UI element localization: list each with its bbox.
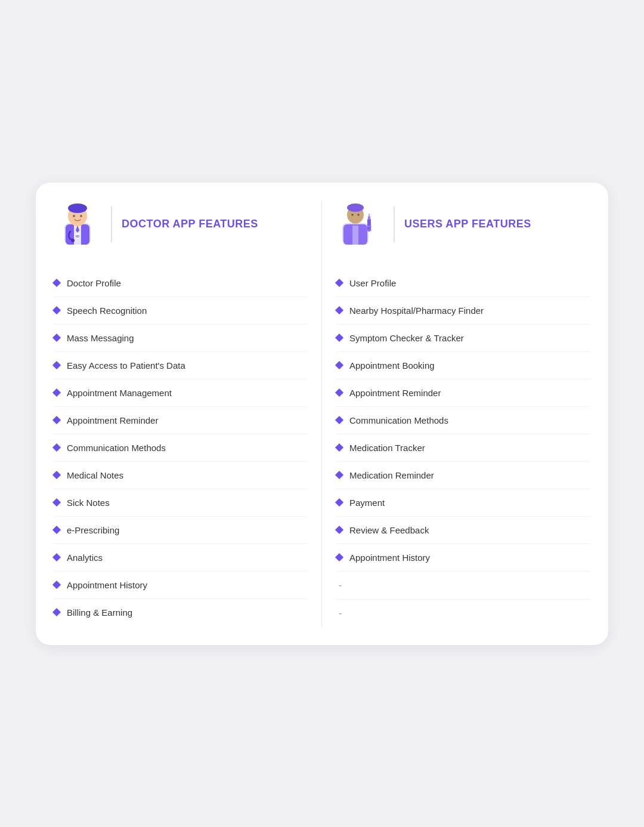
diamond-icon [335,279,343,287]
user-icon [336,200,384,248]
users-feature-item: Review & Feedback [336,517,590,544]
users-feature-item: Nearby Hospital/Pharmacy Finder [336,297,590,325]
doctor-icon: ID [54,200,101,248]
feature-label: Speech Recognition [67,306,147,316]
doctor-feature-item: Doctor Profile [54,270,307,297]
svg-point-6 [80,215,82,217]
doctor-feature-item: Speech Recognition [54,297,307,325]
feature-label: Appointment History [67,580,147,590]
diamond-icon [335,306,343,314]
feature-label: Payment [349,498,385,508]
doctor-feature-item: Analytics [54,544,307,572]
feature-label: Nearby Hospital/Pharmacy Finder [349,306,484,316]
doctor-feature-item: Medical Notes [54,462,307,489]
header-divider-right [394,206,395,242]
svg-point-16 [357,214,360,216]
doctor-feature-item: Appointment Management [54,379,307,407]
diamond-icon [335,526,343,534]
two-column-layout: ID DOCTOR APP FEATURES Doctor ProfileSpe… [54,200,590,627]
users-feature-list: User ProfileNearby Hospital/Pharmacy Fin… [336,270,590,627]
users-feature-item: Payment [336,489,590,517]
diamond-icon [335,553,343,561]
svg-point-7 [71,239,75,242]
diamond-icon [335,416,343,424]
header-divider [111,206,112,242]
diamond-icon [52,334,61,342]
diamond-icon [52,388,61,397]
feature-label: Review & Feedback [349,525,429,535]
feature-label: Appointment Reminder [67,415,158,425]
feature-label: Sick Notes [67,498,110,508]
users-feature-item: - [336,572,590,600]
doctor-feature-item: Billing & Earning [54,599,307,626]
diamond-icon [335,443,343,452]
diamond-icon [52,553,61,561]
diamond-icon [52,526,61,534]
svg-point-14 [347,203,364,212]
diamond-icon [335,334,343,342]
diamond-icon [52,306,61,314]
users-header: USERS APP FEATURES [336,200,590,258]
feature-label: Medication Reminder [349,470,434,480]
feature-label: Doctor Profile [67,278,121,288]
users-feature-item: Communication Methods [336,407,590,434]
users-feature-item: Appointment Booking [336,352,590,379]
doctor-feature-item: Appointment History [54,572,307,599]
users-feature-item: Medication Tracker [336,434,590,462]
diamond-icon [335,388,343,397]
feature-label: Mass Messaging [67,333,134,343]
feature-label: Symptom Checker & Tracker [349,333,464,343]
doctor-feature-item: Easy Access to Patient's Data [54,352,307,379]
doctor-column: ID DOCTOR APP FEATURES Doctor ProfileSpe… [54,200,322,627]
users-col-title: USERS APP FEATURES [404,218,531,230]
diamond-icon [335,471,343,479]
diamond-icon [52,443,61,452]
doctor-col-title: DOCTOR APP FEATURES [122,218,258,230]
feature-label: Appointment History [349,553,430,563]
doctor-feature-item: Mass Messaging [54,325,307,352]
diamond-icon [52,581,61,589]
svg-rect-19 [369,214,370,217]
svg-rect-22 [352,226,358,245]
users-feature-item: Symptom Checker & Tracker [336,325,590,352]
feature-label: User Profile [349,278,396,288]
doctor-feature-item: Communication Methods [54,434,307,462]
svg-rect-20 [367,226,371,227]
empty-dash: - [336,608,342,619]
users-feature-item: User Profile [336,270,590,297]
doctor-feature-list: Doctor ProfileSpeech RecognitionMass Mes… [54,270,307,626]
feature-label: Appointment Management [67,388,172,398]
doctor-feature-item: e-Prescribing [54,517,307,544]
feature-label: Easy Access to Patient's Data [67,360,185,371]
svg-point-4 [68,203,87,213]
users-feature-item: Appointment Reminder [336,379,590,407]
feature-label: Medical Notes [67,470,123,480]
users-feature-item: Medication Reminder [336,462,590,489]
diamond-icon [52,279,61,287]
feature-label: Communication Methods [349,415,448,425]
users-feature-item: Appointment History [336,544,590,572]
svg-point-5 [73,215,75,217]
doctor-feature-item: Sick Notes [54,489,307,517]
feature-label: Analytics [67,553,103,563]
users-column: USERS APP FEATURES User ProfileNearby Ho… [322,200,590,627]
diamond-icon [52,608,61,616]
diamond-icon [52,416,61,424]
diamond-icon [52,361,61,369]
feature-label: Medication Tracker [349,443,425,453]
diamond-icon [52,498,61,507]
feature-label: Appointment Reminder [349,388,441,398]
empty-dash: - [336,580,342,591]
diamond-icon [335,361,343,369]
feature-label: Appointment Booking [349,360,435,371]
svg-text:ID: ID [76,234,80,238]
main-card: ID DOCTOR APP FEATURES Doctor ProfileSpe… [36,183,608,645]
feature-label: Communication Methods [67,443,166,453]
diamond-icon [335,498,343,507]
svg-point-15 [351,214,354,216]
svg-rect-21 [367,229,371,231]
feature-label: Billing & Earning [67,607,132,618]
feature-label: e-Prescribing [67,525,119,535]
doctor-feature-item: Appointment Reminder [54,407,307,434]
doctor-header: ID DOCTOR APP FEATURES [54,200,307,258]
